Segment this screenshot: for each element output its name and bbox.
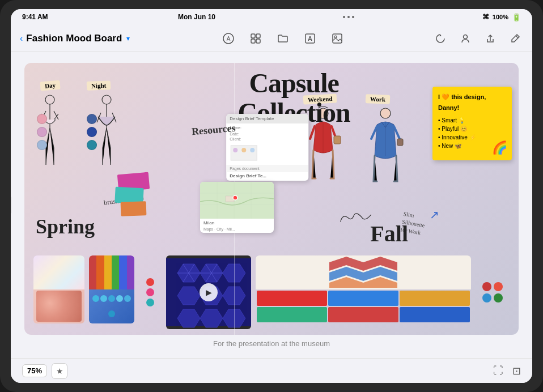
spring-label: Spring	[36, 215, 95, 238]
svg-point-18	[233, 148, 237, 152]
fabric-swatches	[112, 173, 152, 230]
svg-point-15	[102, 95, 111, 104]
sticky-note-line2: Danny!	[438, 103, 506, 113]
status-bar: 9:41 AM Mon Jun 10 ⌘ 100% 🔋	[11, 9, 532, 25]
map-visual	[200, 182, 274, 219]
night-label: Night	[87, 80, 111, 90]
doc-card-name: Design Brief Te...	[226, 172, 308, 181]
svg-rect-30	[334, 136, 341, 144]
structure-button[interactable]: ⛶	[493, 365, 503, 377]
fall-label: Fall	[370, 220, 408, 247]
share-button[interactable]	[482, 31, 498, 46]
annotate-button[interactable]: A	[220, 31, 236, 46]
toolbar-center: A	[133, 31, 432, 46]
svg-line-12	[516, 36, 518, 38]
night-color-swatches	[87, 114, 97, 150]
svg-point-31	[380, 108, 391, 118]
moroccan-tile-cell[interactable]: ▶	[166, 255, 251, 329]
ipad-frame: 9:41 AM Mon Jun 10 ⌘ 100% 🔋 ‹ Fashion Mo…	[0, 0, 543, 392]
color-swatch-grid	[256, 289, 471, 323]
svg-rect-32	[397, 139, 403, 146]
zoom-level[interactable]: 75%	[22, 364, 47, 377]
collaborate-button[interactable]	[457, 31, 473, 46]
svg-rect-4	[251, 39, 255, 43]
sticky-note-line1: I 🧡 this design,	[438, 92, 506, 102]
history-button[interactable]	[432, 31, 448, 46]
svg-text:A: A	[308, 35, 312, 42]
status-center	[343, 16, 354, 18]
edit-button[interactable]	[507, 31, 523, 46]
status-dot-1	[343, 16, 345, 18]
swatch-blue	[37, 140, 47, 150]
toolbar: ‹ Fashion Mood Board ▾ A	[11, 25, 532, 52]
battery-level: 100%	[493, 14, 508, 20]
svg-rect-8	[333, 34, 342, 43]
grid-cell-2	[328, 291, 398, 306]
doc-card-body: Name: Date: Client:	[226, 123, 308, 165]
back-button[interactable]: ‹	[20, 33, 23, 44]
svg-point-20	[250, 148, 254, 152]
swatch-lavender	[37, 127, 47, 137]
colorful-grid-cell	[256, 255, 471, 329]
svg-point-28	[233, 195, 237, 200]
status-time: 9:41 AM	[22, 13, 48, 21]
work-label: Work	[366, 94, 390, 104]
battery-icon: 🔋	[512, 13, 521, 22]
svg-point-10	[464, 35, 468, 39]
grid-cell-6	[400, 307, 470, 322]
image-button[interactable]	[329, 31, 345, 46]
fullscreen-button[interactable]: ⊡	[512, 365, 521, 377]
main-content: Capsule Collection Day Night	[11, 52, 532, 358]
svg-rect-3	[256, 34, 260, 38]
pencils-cell	[89, 255, 134, 329]
svg-point-13	[45, 95, 54, 104]
rainbow-emoji: 🌈	[492, 138, 507, 157]
svg-rect-5	[256, 39, 260, 43]
folder-button[interactable]	[275, 31, 291, 46]
bottom-right-icons: ⛶ ⊡	[493, 365, 521, 377]
side-handle[interactable]	[11, 197, 11, 214]
map-label: Milan	[200, 219, 274, 227]
toolbar-right	[432, 31, 523, 46]
day-label: Day	[40, 80, 60, 91]
bottom-bar: 75% ★ ⛶ ⊡	[11, 358, 532, 383]
status-dot-3	[352, 16, 354, 18]
doc-card-header: Design Brief Template	[226, 114, 308, 123]
status-right: ⌘ 100% 🔋	[482, 13, 521, 22]
status-date: Mon Jun 10	[178, 13, 215, 21]
swatch-dark-blue	[87, 127, 97, 137]
grid-cell-4	[257, 307, 327, 322]
map-sublabel: Maps · City · Mil...	[200, 227, 274, 233]
sticky-note: I 🧡 this design, Danny! • Smart 💡 • Play…	[432, 87, 512, 160]
bottom-swatches-row: ▶	[33, 255, 510, 329]
toolbar-left: ‹ Fashion Mood Board ▾	[20, 33, 133, 44]
star-button[interactable]: ★	[52, 363, 67, 379]
title-chevron-icon[interactable]: ▾	[126, 35, 130, 42]
grid-cell-3	[400, 291, 470, 306]
document-card[interactable]: Design Brief Template Name: Date: Client…	[226, 114, 308, 181]
document-title: Fashion Mood Board	[26, 33, 122, 44]
map-card[interactable]: Milan Maps · City · Mil...	[200, 182, 274, 233]
swatch-teal	[87, 140, 97, 150]
wifi-icon: ⌘	[482, 13, 489, 21]
text-button[interactable]: A	[302, 31, 318, 46]
circle-dots-cell	[476, 255, 510, 329]
arrow-annotation: ↗	[430, 208, 439, 221]
grid-cell-5	[328, 307, 398, 322]
svg-text:A: A	[227, 36, 231, 42]
doc-card-footer: Pages document	[226, 165, 308, 172]
svg-rect-2	[251, 34, 255, 38]
day-color-swatches	[37, 114, 47, 150]
ipad-screen: 9:41 AM Mon Jun 10 ⌘ 100% 🔋 ‹ Fashion Mo…	[11, 9, 532, 383]
freeform-canvas[interactable]: Capsule Collection Day Night	[24, 63, 519, 335]
play-button[interactable]: ▶	[200, 283, 218, 301]
svg-rect-17	[231, 146, 257, 160]
zoom-indicator: 75% ★	[22, 363, 67, 379]
status-dot-2	[347, 16, 350, 18]
canvas-caption: For the presentation at the museum	[213, 339, 330, 348]
view-button[interactable]	[248, 31, 264, 46]
swatch-navy	[87, 114, 97, 124]
svg-point-19	[241, 148, 246, 152]
swatch-pink	[37, 114, 47, 124]
work-figure	[366, 105, 408, 195]
